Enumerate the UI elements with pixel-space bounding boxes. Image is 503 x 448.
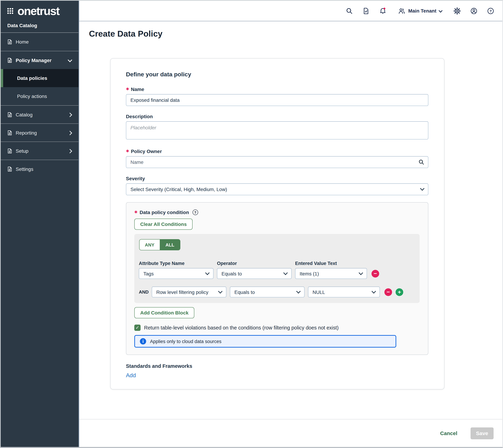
onetrust-grid-icon xyxy=(7,8,14,14)
remove-condition-icon[interactable]: − xyxy=(385,288,392,296)
name-field-group: ✱ Name xyxy=(126,86,428,106)
search-icon[interactable] xyxy=(418,159,424,165)
condition-block: ANY ALL Attribute Type Name Operator Ent… xyxy=(134,234,420,303)
clear-all-conditions-button[interactable]: Clear All Conditions xyxy=(134,219,193,230)
chevron-down-icon xyxy=(359,271,362,276)
footer-action-bar: Cancel Save xyxy=(79,419,502,447)
condition-section: ✱ Data policy condition ? Clear All Cond… xyxy=(126,202,428,355)
header-operator: Operator xyxy=(217,261,292,266)
condition-headers: Attribute Type Name Operator Entered Val… xyxy=(139,261,415,266)
chevron-down-icon xyxy=(219,289,222,295)
cancel-button[interactable]: Cancel xyxy=(440,430,457,436)
any-all-toggle: ANY ALL xyxy=(139,239,180,250)
header-attribute-type-name: Attribute Type Name xyxy=(139,261,214,266)
notifications-bell-icon[interactable] xyxy=(379,7,387,15)
required-asterisk: ✱ xyxy=(126,87,129,91)
form-section-title: Define your data policy xyxy=(126,71,428,78)
svg-text:?: ? xyxy=(489,9,492,13)
document-icon xyxy=(7,148,13,154)
attribute-select[interactable]: Row level filtering policy xyxy=(152,287,226,297)
policy-form-card: Define your data policy ✱ Name Descripti… xyxy=(110,58,444,389)
severity-field-group: Severity Select Severity (Critical, High… xyxy=(126,176,428,195)
operator-select[interactable]: Equals to xyxy=(230,287,304,297)
required-asterisk: ✱ xyxy=(134,210,137,214)
sidebar-item-label: Setup xyxy=(16,148,28,154)
toggle-all[interactable]: ALL xyxy=(160,240,180,250)
condition-label: ✱ Data policy condition ? xyxy=(134,209,420,215)
operator-select[interactable]: Equals to xyxy=(217,268,292,279)
app-window: onetrust Data Catalog Home xyxy=(0,0,503,448)
toggle-any[interactable]: ANY xyxy=(139,240,160,250)
checkbox-checked-icon[interactable]: ✓ xyxy=(134,325,141,331)
topbar: Main Tenant ? xyxy=(79,1,502,21)
add-condition-block-button[interactable]: Add Condition Block xyxy=(134,307,194,318)
header-entered-value-text: Entered Value Text xyxy=(295,261,367,266)
settings-gear-icon[interactable] xyxy=(453,7,461,15)
chevron-right-icon xyxy=(68,112,71,117)
sidebar-item-label: Reporting xyxy=(16,130,37,135)
sidebar-item-home[interactable]: Home xyxy=(1,33,79,51)
document-icon xyxy=(7,39,13,45)
sidebar-item-label: Settings xyxy=(16,166,33,172)
product-name: Data Catalog xyxy=(7,23,79,28)
document-check-icon[interactable] xyxy=(363,7,370,15)
save-button[interactable]: Save xyxy=(470,427,494,439)
condition-row: AND Row level filtering policy Equals to… xyxy=(139,287,415,297)
sidebar-item-settings[interactable]: Settings xyxy=(1,160,79,178)
name-label: ✱ Name xyxy=(126,86,428,92)
user-account-icon[interactable] xyxy=(470,7,478,15)
description-input[interactable] xyxy=(126,121,428,140)
policy-owner-field-group: ✱ Policy Owner xyxy=(126,148,428,168)
sidebar-item-label: Policy Manager xyxy=(16,57,51,63)
sidebar-nav: Home Policy Manager Data policies Policy… xyxy=(1,32,79,178)
chevron-right-icon xyxy=(68,130,71,135)
conjunction-label: AND xyxy=(139,289,152,295)
document-icon xyxy=(7,112,13,117)
chevron-right-icon xyxy=(68,148,71,154)
attribute-select[interactable]: Tags xyxy=(139,268,214,279)
sidebar-item-setup[interactable]: Setup xyxy=(1,142,79,160)
search-icon[interactable] xyxy=(346,7,353,15)
main-content: Create Data Policy Define your data poli… xyxy=(79,21,502,419)
sidebar-item-label: Policy actions xyxy=(17,94,47,99)
remove-condition-icon[interactable]: − xyxy=(371,270,379,277)
severity-select[interactable]: Select Severity (Critical, High, Medium,… xyxy=(126,183,428,195)
info-banner: i Applies only to cloud data sources xyxy=(134,335,396,348)
brand-logo[interactable]: onetrust xyxy=(1,1,79,17)
chevron-down-icon xyxy=(372,289,375,295)
sidebar: onetrust Data Catalog Home xyxy=(1,1,79,447)
standards-add-link[interactable]: Add xyxy=(126,372,136,379)
description-field-group: Description xyxy=(126,114,428,141)
chevron-down-icon xyxy=(297,289,300,295)
value-select[interactable]: NULL xyxy=(308,287,380,297)
checkbox-label: Return table-level violations based on t… xyxy=(144,325,339,331)
policy-owner-input[interactable] xyxy=(126,156,428,168)
tenant-selector[interactable]: Main Tenant xyxy=(398,7,442,15)
document-icon xyxy=(7,57,13,63)
sidebar-item-policy-actions[interactable]: Policy actions xyxy=(1,87,79,105)
chevron-down-icon xyxy=(421,187,424,192)
condition-row: Tags Equals to Items (1) − xyxy=(139,268,415,279)
help-icon[interactable]: ? xyxy=(193,209,198,215)
page-title: Create Data Policy xyxy=(89,29,502,39)
sidebar-item-label: Home xyxy=(16,39,29,45)
sidebar-item-label: Catalog xyxy=(16,112,33,117)
info-icon: i xyxy=(140,338,146,344)
sidebar-item-policy-manager[interactable]: Policy Manager xyxy=(1,51,79,69)
add-condition-icon[interactable]: + xyxy=(396,288,403,296)
policy-owner-label: ✱ Policy Owner xyxy=(126,148,428,154)
required-asterisk: ✱ xyxy=(126,149,129,153)
sidebar-item-catalog[interactable]: Catalog xyxy=(1,105,79,123)
sidebar-item-reporting[interactable]: Reporting xyxy=(1,123,79,142)
info-banner-text: Applies only to cloud data sources xyxy=(150,339,221,344)
chevron-down-icon xyxy=(206,271,209,276)
sidebar-item-data-policies[interactable]: Data policies xyxy=(1,69,79,87)
chevron-down-icon xyxy=(284,271,287,276)
document-icon xyxy=(7,166,13,172)
value-select[interactable]: Items (1) xyxy=(295,268,367,279)
help-icon[interactable]: ? xyxy=(487,7,494,15)
name-input[interactable] xyxy=(126,94,428,106)
document-icon xyxy=(7,130,13,135)
users-icon xyxy=(398,7,405,15)
description-label: Description xyxy=(126,114,428,119)
